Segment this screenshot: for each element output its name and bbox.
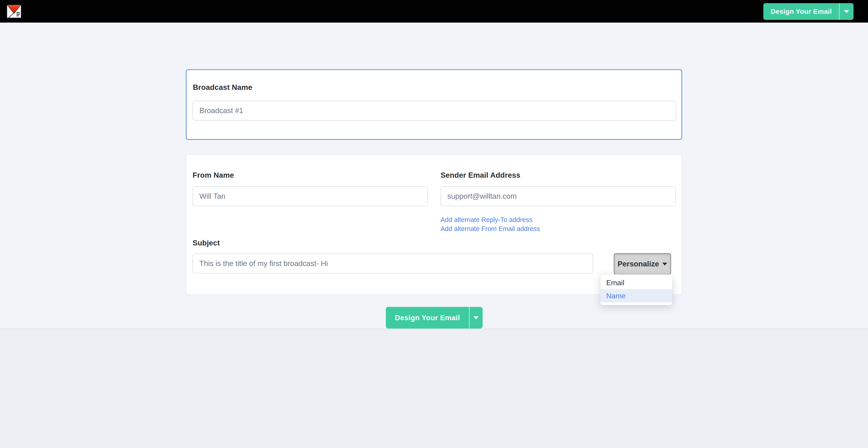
personalize-button[interactable]: Personalize [614,253,671,275]
footer-design-your-email-button[interactable]: Design Your Email [386,307,483,329]
caret-down-icon [473,316,478,319]
footer-design-your-email-dropdown-toggle[interactable] [469,307,483,329]
caret-down-icon [662,263,667,266]
from-name-label: From Name [193,171,234,179]
add-alternate-from-email-link[interactable]: Add alternate From Email address [440,225,540,233]
menu-item-email[interactable]: Email [600,276,672,289]
from-name-input[interactable] [193,186,428,206]
sender-email-input[interactable] [440,186,676,206]
menu-item-name[interactable]: Name [600,289,672,302]
sender-details-card: From Name Sender Email Address Add alter… [186,154,682,295]
subject-input[interactable] [193,253,593,273]
personalize-dropdown-menu: Email Name [600,274,672,305]
app-logo[interactable] [6,4,22,19]
nav-design-your-email-button[interactable]: Design Your Email [763,3,854,20]
broadcast-name-card: Broadcast Name [186,69,682,140]
nav-design-your-email-dropdown-toggle[interactable] [839,3,854,20]
main-content: Broadcast Name From Name Sender Email Ad… [0,23,868,329]
caret-down-icon [844,10,849,13]
subject-label: Subject [193,239,220,247]
sender-email-label: Sender Email Address [440,171,520,179]
add-alternate-reply-to-link[interactable]: Add alternate Reply-To address [440,216,532,223]
broadcast-name-label: Broadcast Name [193,83,252,92]
nav-design-your-email-label[interactable]: Design Your Email [763,3,839,20]
top-navbar: Design Your Email [0,0,868,23]
broadcast-name-input[interactable] [193,101,676,120]
personalize-button-label: Personalize [618,260,659,268]
footer-design-your-email-label[interactable]: Design Your Email [386,307,469,329]
envelope-icon [6,4,22,19]
